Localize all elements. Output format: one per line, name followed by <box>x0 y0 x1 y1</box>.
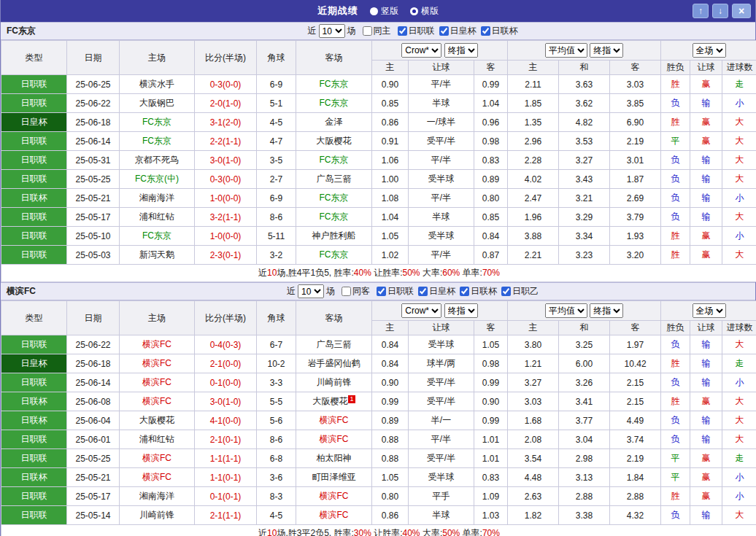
cell-away-team[interactable]: 广岛三箭 <box>296 335 372 354</box>
summary-segment: 单率: <box>460 528 482 536</box>
cell-avg-away: 3.79 <box>610 208 661 227</box>
cell-home-team[interactable]: FC东京 <box>120 113 195 132</box>
cell-away-team[interactable]: 横滨FC <box>296 506 372 525</box>
cell-away-team[interactable]: FC东京 <box>296 75 372 94</box>
cell-corners: 6-7 <box>257 335 296 354</box>
cell-home-team[interactable]: 新泻天鹅 <box>120 246 195 265</box>
league-checkbox[interactable] <box>481 26 490 36</box>
scroll-up-button[interactable]: ↑ <box>693 4 709 18</box>
avg-stage-select[interactable]: 终指 <box>590 43 623 58</box>
cell-odds-home: 0.91 <box>372 132 409 151</box>
average-select[interactable]: 平均值 <box>545 303 587 318</box>
cell-away-team[interactable]: 金泽 <box>296 113 372 132</box>
same-side-filter[interactable]: 同主 <box>363 25 391 37</box>
cell-away-team[interactable]: 大阪樱花 <box>296 132 372 151</box>
league-checkbox[interactable] <box>501 287 511 296</box>
cell-avg-away: 2.15 <box>610 392 661 411</box>
cell-corners: 3-2 <box>257 246 296 265</box>
cell-home-team[interactable]: 京都不死鸟 <box>120 151 195 170</box>
cell-home-team[interactable]: 大阪樱花 <box>120 411 195 430</box>
cell-away-team[interactable]: FC东京 <box>296 246 372 265</box>
cell-home-team[interactable]: 横滨FC <box>120 449 195 468</box>
cell-away-team[interactable]: 横滨FC <box>296 430 372 449</box>
cell-odds-away: 0.99 <box>474 411 508 430</box>
league-filter[interactable]: 日皇杯 <box>418 285 455 298</box>
match-row: 日职联25-06-22大阪钢巴2-0(1-0)5-1FC东京0.85半球1.04… <box>1 94 756 113</box>
cell-home-team[interactable]: 川崎前锋 <box>120 506 195 525</box>
cell-away-team[interactable]: FC东京 <box>296 189 372 208</box>
cell-result-wdl: 胜 <box>661 392 690 411</box>
league-checkbox[interactable] <box>439 26 449 36</box>
avg-stage-select[interactable]: 终指 <box>590 303 623 318</box>
cell-away-team[interactable]: 川崎前锋 <box>296 373 372 392</box>
recent-count-select[interactable]: 10 <box>298 284 324 298</box>
cell-home-team[interactable]: 湘南海洋 <box>120 189 195 208</box>
league-checkbox[interactable] <box>377 287 386 296</box>
close-button[interactable]: × <box>732 4 751 18</box>
cell-score: 1-1(1-1) <box>195 449 257 468</box>
cell-home-team[interactable]: 浦和红钻 <box>120 430 195 449</box>
cell-home-team[interactable]: 横滨FC <box>120 354 195 373</box>
layout-radio-horizontal[interactable]: 横版 <box>410 5 439 18</box>
cell-home-team[interactable]: 横滨水手 <box>120 75 195 94</box>
cell-avg-home: 4.48 <box>508 468 559 487</box>
cell-away-team[interactable]: 神户胜利船 <box>296 227 372 246</box>
cell-result-handicap: 输 <box>690 373 722 392</box>
average-select[interactable]: 平均值 <box>545 43 587 58</box>
cell-away-team[interactable]: 广岛三箭 <box>296 170 372 189</box>
cell-away-team[interactable]: 岩手盛冈仙鹤 <box>296 354 372 373</box>
cell-home-team[interactable]: 横滨FC <box>120 392 195 411</box>
cell-result-handicap: 输 <box>690 151 722 170</box>
same-side-checkbox[interactable] <box>363 26 372 36</box>
cell-away-team[interactable]: FC东京 <box>296 208 372 227</box>
league-checkbox[interactable] <box>418 287 428 296</box>
same-side-checkbox[interactable] <box>342 287 351 296</box>
match-row: 日联杯25-06-04大阪樱花4-1(0-0)5-6横滨FC0.89半/一0.9… <box>1 411 756 430</box>
cell-away-team[interactable]: 横滨FC <box>296 411 372 430</box>
league-filter[interactable]: 日联杯 <box>460 285 497 298</box>
cell-away-team[interactable]: FC东京 <box>296 94 372 113</box>
scope-select[interactable]: 全场 <box>693 303 726 318</box>
cell-avg-draw: 3.38 <box>559 506 610 525</box>
cell-competition: 日联杯 <box>1 468 67 487</box>
cell-home-team[interactable]: 横滨FC <box>120 335 195 354</box>
cell-result-wdl: 负 <box>661 411 690 430</box>
cell-result-wdl: 负 <box>661 208 690 227</box>
recent-count-select[interactable]: 10 <box>319 24 345 38</box>
league-filter[interactable]: 日职乙 <box>501 285 539 298</box>
layout-radio-vertical[interactable]: 竖版 <box>370 5 398 18</box>
cell-home-team[interactable]: 浦和红钻 <box>120 208 195 227</box>
cell-home-team[interactable]: FC东京 <box>120 132 195 151</box>
scroll-down-button[interactable]: ↓ <box>712 4 728 18</box>
league-filter[interactable]: 日职联 <box>377 285 414 298</box>
same-side-filter[interactable]: 同客 <box>342 285 370 298</box>
league-checkbox[interactable] <box>460 287 469 296</box>
scope-select[interactable]: 全场 <box>693 43 726 58</box>
cell-date: 25-05-03 <box>67 246 120 265</box>
cell-handicap: 受平/半 <box>409 373 474 392</box>
cell-away-team[interactable]: 大阪樱花1 <box>296 392 372 411</box>
cell-away-team[interactable]: 町田泽维亚 <box>296 468 372 487</box>
cell-away-team[interactable]: 横滨FC <box>296 487 372 506</box>
cell-result-wdl: 负 <box>661 94 690 113</box>
odds-stage-select[interactable]: 终指 <box>444 303 478 318</box>
odds-stage-select[interactable]: 终指 <box>444 43 478 58</box>
cell-result-handicap: 赢 <box>690 132 722 151</box>
cell-home-team[interactable]: 湘南海洋 <box>120 487 195 506</box>
cell-home-team[interactable]: 大阪钢巴 <box>120 94 195 113</box>
cell-avg-home: 3.03 <box>508 392 559 411</box>
cell-away-team[interactable]: FC东京 <box>296 151 372 170</box>
cell-home-team[interactable]: 横滨FC <box>120 373 195 392</box>
league-checkbox[interactable] <box>398 26 407 36</box>
bookmaker-select[interactable]: Crow* <box>401 303 441 318</box>
league-filter[interactable]: 日联杯 <box>481 25 518 37</box>
cell-home-team[interactable]: FC东京 <box>120 227 195 246</box>
cell-home-team[interactable]: 横滨FC <box>120 468 195 487</box>
cell-home-team[interactable]: FC东京(中) <box>120 170 195 189</box>
league-filter[interactable]: 日职联 <box>398 25 435 37</box>
league-filter[interactable]: 日皇杯 <box>439 25 477 37</box>
cell-avg-home: 1.85 <box>508 94 559 113</box>
bookmaker-select[interactable]: Crow* <box>401 43 441 58</box>
cell-away-team[interactable]: 柏太阳神 <box>296 449 372 468</box>
cell-competition: 日职联 <box>1 449 67 468</box>
